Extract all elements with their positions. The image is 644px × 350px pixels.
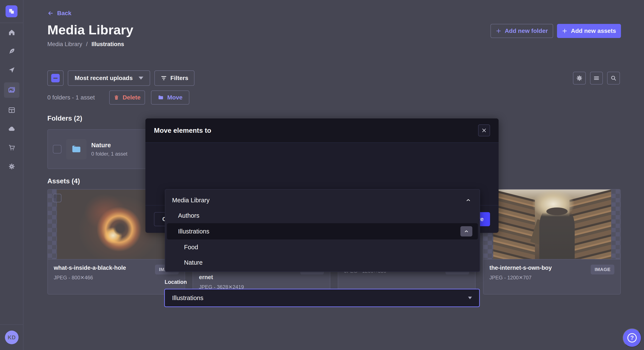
chevron-up-icon [464,229,469,234]
tree-item-illustrations[interactable]: Illustrations [167,223,478,239]
location-value: Illustrations [172,294,204,301]
tree-item-authors[interactable]: Authors [165,208,480,223]
chevron-up-button[interactable] [460,226,472,236]
tree-item-label: Authors [178,212,200,219]
tree-item-nature[interactable]: Nature [165,255,480,270]
tree-item-label: Media Library [172,197,210,204]
close-modal-button[interactable] [478,124,490,136]
tree-item-label: Illustrations [178,228,210,235]
tree-item-media-library[interactable]: Media Library [165,192,480,208]
location-combobox[interactable]: Illustrations [164,289,480,307]
modal-header: Move elements to [146,118,498,143]
location-label: Location [165,279,187,285]
tree-item-food[interactable]: Food [165,239,480,255]
tree-item-label: Nature [184,259,202,266]
chevron-down-icon [468,297,472,299]
modal-title: Move elements to [154,127,211,134]
chevron-up-icon[interactable] [466,197,471,203]
location-dropdown: Media Library Authors Illustrations Food… [165,189,480,272]
close-icon [482,128,487,133]
tree-item-label: Food [184,244,198,251]
media-library-page: KD Back Media Library Media Library / Il… [0,0,644,350]
